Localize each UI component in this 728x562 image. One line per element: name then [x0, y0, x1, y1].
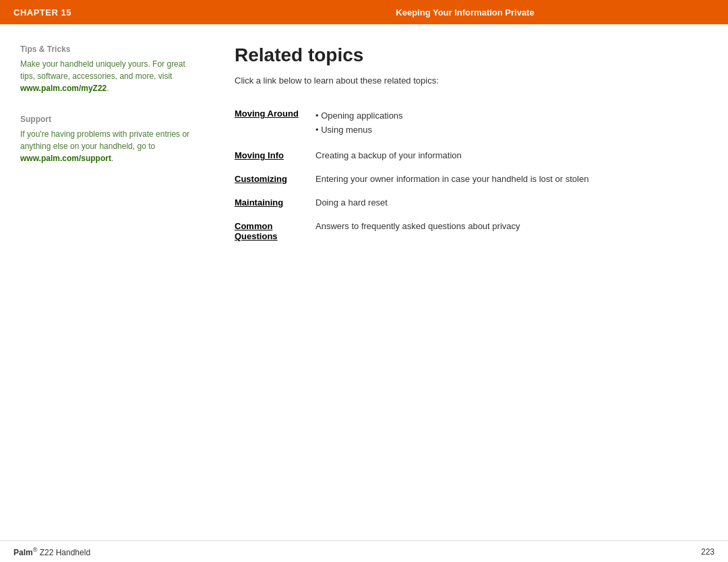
- topic-link-cell: Customizing: [235, 170, 315, 193]
- page-subtitle: Click a link below to learn about these …: [235, 75, 701, 86]
- support-title: Support: [20, 115, 201, 124]
- page-footer: Palm® Z22 Handheld 223: [0, 540, 728, 562]
- topic-link-cell: Moving Around: [235, 104, 315, 146]
- tips-section: Tips & Tricks Make your handheld uniquel…: [20, 44, 201, 94]
- support-link-suffix: .: [111, 154, 113, 163]
- topic-link-moving-around[interactable]: Moving Around: [235, 108, 302, 119]
- model-name: Z22 Handheld: [37, 548, 90, 557]
- tips-link-suffix: .: [107, 84, 109, 93]
- support-body-text: If you're having problems with private e…: [20, 129, 189, 151]
- topic-row-customizing: Customizing Entering your owner informat…: [235, 170, 701, 193]
- tips-body: Make your handheld uniquely yours. For g…: [20, 58, 201, 94]
- footer-brand: Palm® Z22 Handheld: [13, 547, 701, 557]
- topic-link-maintaining[interactable]: Maintaining: [235, 197, 302, 208]
- topic-link-customizing[interactable]: Customizing: [235, 174, 302, 184]
- topic-desc-common-questions: Answers to frequently asked questions ab…: [315, 217, 701, 251]
- topic-row-common-questions: CommonQuestions Answers to frequently as…: [235, 217, 701, 251]
- support-link[interactable]: www.palm.com/support: [20, 154, 111, 163]
- tips-link[interactable]: www.palm.com/myZ22: [20, 84, 107, 93]
- topic-link-moving-info[interactable]: Moving Info: [235, 150, 302, 160]
- moving-around-bullets: Opening applications Using menus: [315, 108, 701, 137]
- support-body: If you're having problems with private e…: [20, 128, 201, 164]
- sidebar: Tips & Tricks Make your handheld uniquel…: [0, 44, 221, 540]
- brand-name: Palm: [13, 548, 33, 557]
- topic-link-cell: CommonQuestions: [235, 217, 315, 251]
- chapter-label: CHAPTER 15: [13, 7, 216, 18]
- support-section: Support If you're having problems with p…: [20, 115, 201, 164]
- chapter-title: Keeping Your Information Private: [216, 7, 715, 18]
- tips-title: Tips & Tricks: [20, 44, 201, 54]
- topic-link-common-questions[interactable]: CommonQuestions: [235, 221, 302, 241]
- topic-row-moving-around: Moving Around Opening applications Using…: [235, 104, 701, 146]
- main-content: Tips & Tricks Make your handheld uniquel…: [0, 24, 728, 540]
- bullet-opening-applications: Opening applications: [315, 108, 701, 123]
- topic-link-cell: Maintaining: [235, 193, 315, 217]
- topic-row-maintaining: Maintaining Doing a hard reset: [235, 193, 701, 217]
- topic-desc-customizing: Entering your owner information in case …: [315, 170, 701, 193]
- topic-desc-moving-around: Opening applications Using menus: [315, 104, 701, 146]
- topic-row-moving-info: Moving Info Creating a backup of your in…: [235, 146, 701, 170]
- topic-desc-moving-info: Creating a backup of your information: [315, 146, 701, 170]
- bullet-using-menus: Using menus: [315, 123, 701, 137]
- content-area: Related topics Click a link below to lea…: [221, 44, 728, 540]
- page-header: CHAPTER 15 Keeping Your Information Priv…: [0, 0, 728, 24]
- tips-body-text: Make your handheld uniquely yours. For g…: [20, 59, 185, 81]
- topic-desc-maintaining: Doing a hard reset: [315, 193, 701, 217]
- page-title: Related topics: [235, 44, 701, 66]
- topic-link-cell: Moving Info: [235, 146, 315, 170]
- topics-table: Moving Around Opening applications Using…: [235, 104, 701, 251]
- footer-page-number: 223: [701, 547, 715, 557]
